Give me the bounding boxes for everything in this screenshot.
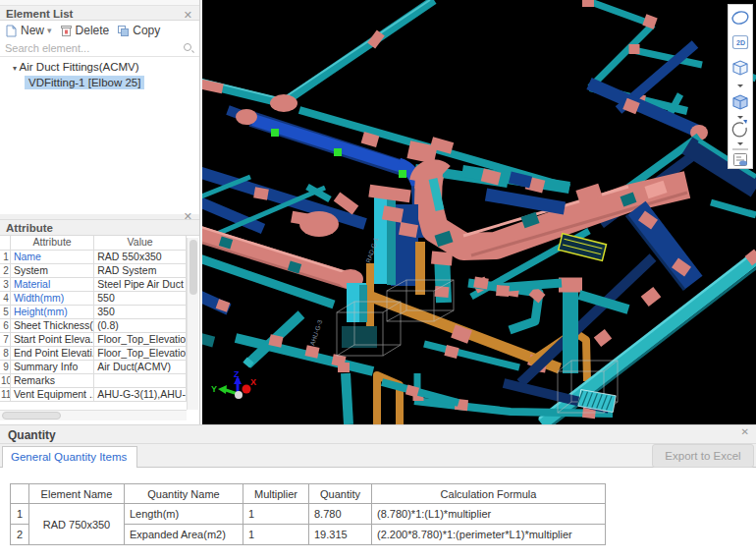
svg-text:X: X [250,377,256,387]
svg-text:Z: Z [234,369,240,379]
svg-text:2D: 2D [736,39,745,46]
svg-text:AHU-G-3: AHU-G-3 [308,318,323,346]
svg-text:Y: Y [211,384,217,394]
